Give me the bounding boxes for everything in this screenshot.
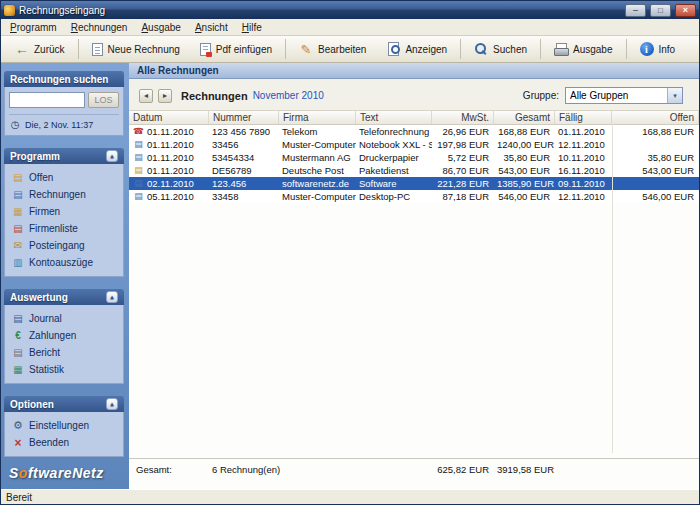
minimize-button[interactable] [625, 4, 646, 17]
close-button[interactable] [675, 4, 696, 17]
view-button-label: Anzeigen [405, 44, 447, 55]
cell-gesamt: 543,00 EUR [494, 165, 555, 176]
main-header-bar: Alle Rechnungen [129, 63, 699, 79]
main-header-title: Alle Rechnungen [137, 65, 219, 76]
sidebar-item-label: Zahlungen [29, 330, 76, 341]
output-button[interactable]: Ausgabe [544, 38, 622, 60]
info-circle-icon [640, 42, 654, 56]
edit-button[interactable]: Bearbeiten [289, 38, 376, 60]
column-header-nummer[interactable]: Nummer [209, 111, 279, 124]
group-filter: Gruppe: Alle Gruppen [523, 87, 689, 104]
previous-month-button[interactable] [139, 89, 153, 103]
cell-datum: 01.11.2010 [129, 165, 209, 176]
collapse-section-button[interactable] [106, 398, 118, 410]
cell-datum: 01.11.2010 [129, 126, 209, 137]
period-link[interactable]: November 2010 [253, 90, 324, 101]
info-button[interactable]: Info [630, 38, 686, 60]
clock-icon [9, 120, 21, 130]
cell-gesamt: 546,00 EUR [494, 191, 555, 202]
new-invoice-button[interactable]: Neue Rechnung [82, 38, 190, 60]
logo-text: S [9, 465, 19, 481]
menu-ansicht[interactable]: Ansicht [188, 20, 235, 35]
table-row[interactable]: 05.11.2010 33458 Muster-Computer Desktop… [129, 190, 699, 203]
cell-faellig: 09.11.2010 [555, 178, 612, 189]
output-button-label: Ausgabe [573, 44, 612, 55]
cell-mwst: 86,70 EUR [432, 165, 494, 176]
column-header-firma[interactable]: Firma [279, 111, 356, 124]
table-row-selected[interactable]: 02.11.2010 123.456 softwarenetz.de Softw… [129, 177, 699, 190]
optionen-section-header: Optionen [4, 396, 124, 412]
column-header-offen[interactable]: Offen [612, 111, 699, 124]
table-row[interactable]: 01.11.2010 DE56789 Deutsche Post Paketdi… [129, 164, 699, 177]
status-text: Bereit [6, 492, 32, 503]
optionen-panel: Einstellungen Beenden [4, 412, 124, 457]
group-select[interactable]: Alle Gruppen [565, 87, 683, 104]
invoice-search-input[interactable] [9, 92, 85, 108]
search-magnifier-icon [474, 42, 488, 56]
cell-text: Software [356, 178, 432, 189]
table-row[interactable]: 01.11.2010 33456 Muster-Computer Noteboo… [129, 138, 699, 151]
logo-accent-o: o [19, 465, 28, 481]
invoice-date: 01.11.2010 [147, 152, 194, 163]
sidebar-item-beenden[interactable]: Beenden [9, 434, 119, 451]
back-arrow-icon [15, 42, 29, 56]
menu-bar: Programm Rechnungen Ausgabe Ansicht Hilf… [1, 19, 699, 36]
sidebar-item-rechnungen[interactable]: Rechnungen [9, 186, 119, 203]
search-go-button[interactable]: LOS [88, 92, 119, 108]
date-time-row: Die, 2 Nov. 11:37 [9, 114, 119, 130]
sidebar-item-zahlungen[interactable]: Zahlungen [9, 327, 119, 344]
table-row[interactable]: 01.11.2010 123 456 7890 Telekom Telefonr… [129, 125, 699, 138]
sidebar-item-offen[interactable]: Offen [9, 169, 119, 186]
payments-icon [12, 331, 24, 341]
view-button[interactable]: Anzeigen [376, 38, 457, 60]
footer-invoice-count: 6 Rechnung(en) [209, 464, 432, 475]
column-header-faellig[interactable]: Fällig [555, 111, 612, 124]
menu-rechnungen[interactable]: Rechnungen [64, 20, 135, 35]
sidebar-item-firmenliste[interactable]: Firmenliste [9, 220, 119, 237]
app-body: Rechnungen suchen LOS Die, 2 Nov. 11:37 … [1, 63, 699, 489]
table-row[interactable]: 01.11.2010 53454334 Mustermann AG Drucke… [129, 151, 699, 164]
sidebar-item-einstellungen[interactable]: Einstellungen [9, 417, 119, 434]
sidebar-item-statistik[interactable]: Statistik [9, 361, 119, 378]
cell-text: Telefonrechnung [356, 126, 432, 137]
sidebar-item-journal[interactable]: Journal [9, 310, 119, 327]
window-title: Rechnungseingang [19, 5, 621, 16]
insert-pdf-button-label: Pdf einfügen [216, 44, 272, 55]
cell-mwst: 26,96 EUR [432, 126, 494, 137]
insert-pdf-button[interactable]: Pdf einfügen [190, 38, 282, 60]
column-header-mwst[interactable]: MwSt. [432, 111, 494, 124]
sidebar-item-label: Offen [29, 172, 53, 183]
menu-hilfe[interactable]: Hilfe [235, 20, 269, 35]
sidebar-item-firmen[interactable]: Firmen [9, 203, 119, 220]
menu-programm[interactable]: Programm [3, 20, 64, 35]
pencil-icon [299, 42, 313, 56]
cell-mwst: 5,72 EUR [432, 152, 494, 163]
footer-total-label: Gesamt: [129, 464, 209, 475]
open-invoices-icon [12, 173, 24, 183]
cell-firma: Deutsche Post [279, 165, 356, 176]
sidebar-item-kontoauszuege[interactable]: Kontoauszüge [9, 254, 119, 271]
main-content: Rechnungen November 2010 Gruppe: Alle Gr… [129, 79, 699, 489]
column-header-datum[interactable]: Datum [129, 111, 209, 124]
cell-faellig: 16.11.2010 [555, 165, 612, 176]
toolbar-separator [285, 39, 286, 59]
auswertung-section-header: Auswertung [4, 289, 124, 305]
cell-gesamt: 1240,00 EUR [494, 139, 555, 150]
collapse-section-button[interactable] [106, 150, 118, 162]
next-month-button[interactable] [158, 89, 172, 103]
sidebar-item-posteingang[interactable]: Posteingang [9, 237, 119, 254]
collapse-section-button[interactable] [106, 291, 118, 303]
column-header-gesamt[interactable]: Gesamt [494, 111, 555, 124]
pdf-document-icon [200, 43, 211, 56]
search-button[interactable]: Suchen [464, 38, 537, 60]
search-section-title: Rechnungen suchen [10, 74, 108, 85]
sidebar-item-label: Journal [29, 313, 62, 324]
invoice-icon [133, 140, 144, 149]
menu-ausgabe[interactable]: Ausgabe [134, 20, 187, 35]
back-button[interactable]: Zurück [5, 38, 75, 60]
column-header-text[interactable]: Text [356, 111, 432, 124]
cell-datum: 02.11.2010 [129, 178, 209, 189]
sidebar-item-bericht[interactable]: Bericht [9, 344, 119, 361]
companies-icon [12, 207, 24, 217]
maximize-button[interactable] [650, 4, 671, 17]
